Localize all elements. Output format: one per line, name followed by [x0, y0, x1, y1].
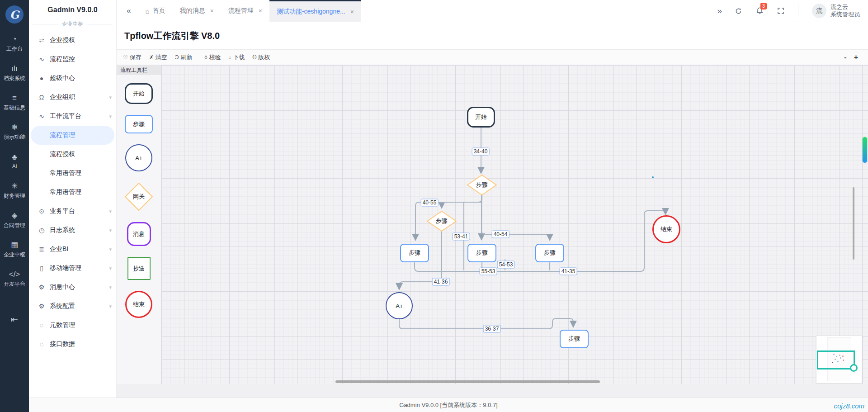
- rail-item-企业中枢[interactable]: ▦企业中枢: [0, 235, 29, 264]
- canvas-vertical-scrollbar[interactable]: [853, 187, 854, 260]
- rail-item-基础信息[interactable]: ≡基础信息: [0, 88, 29, 117]
- edge-label[interactable]: 40-54: [492, 231, 509, 238]
- sidebar-item-元数管理[interactable]: ◌元数管理: [29, 316, 116, 335]
- flow-node-step[interactable]: 步骤: [467, 244, 496, 262]
- sidebar-item-系统配置[interactable]: ⚙系统配置▾: [29, 297, 116, 316]
- tab-首页[interactable]: ⌂首页: [138, 0, 172, 22]
- palette-item-copy[interactable]: 抄送: [127, 257, 151, 280]
- sidebar-item-企业组织[interactable]: Ω企业组织▾: [29, 88, 116, 107]
- flow-node-start[interactable]: 开始: [467, 107, 495, 128]
- palette-header: 流程工具栏: [117, 65, 161, 75]
- flow-node-gateway[interactable]: 步骤: [426, 210, 457, 232]
- close-tab-icon[interactable]: ×: [350, 8, 354, 15]
- rail-item-开发平台[interactable]: </>开发平台: [0, 264, 29, 294]
- sidebar-item-工作流平台[interactable]: ∿工作流平台▾: [29, 107, 116, 126]
- sidebar-item-日志系统[interactable]: ◷日志系统▾: [29, 221, 116, 240]
- refresh-icon[interactable]: [735, 7, 742, 15]
- flow-node-step[interactable]: 步骤: [400, 244, 429, 262]
- rail-item-财务管理[interactable]: ✳财务管理: [0, 176, 29, 205]
- sidebar-item-业务平台[interactable]: ⊙业务平台▾: [29, 202, 116, 221]
- flow-node-step[interactable]: 步骤: [535, 244, 564, 262]
- palette-item-label: 步骤: [133, 120, 145, 128]
- edge-label[interactable]: 55-53: [480, 268, 497, 275]
- toolbar-button-版权[interactable]: ©版权: [252, 53, 270, 62]
- zoom-out-button[interactable]: -: [844, 53, 846, 62]
- edge-label[interactable]: 36-37: [483, 325, 501, 333]
- flow-node-end[interactable]: 结束: [652, 215, 680, 243]
- clock-icon: ◷: [38, 227, 45, 234]
- sidebar-section-label: 企业中枢: [58, 20, 87, 28]
- collapse-sidebar-button[interactable]: ⇤: [0, 314, 29, 325]
- sidebar-item-接口数据[interactable]: ◌接口数据: [29, 335, 116, 354]
- tabs-expand-right-icon[interactable]: »: [717, 6, 721, 16]
- toolbar-button-清空[interactable]: ✗清空: [149, 53, 167, 62]
- sidebar-item-label: 元数管理: [50, 321, 75, 329]
- watermark-link[interactable]: cojz8.com: [834, 402, 864, 410]
- tab-测试功能-ceshigongne...[interactable]: 测试功能-ceshigongne...×: [269, 0, 361, 22]
- edge-label[interactable]: 41-35: [560, 268, 577, 275]
- sidebar-item-消息中心[interactable]: ⚙消息中心▾: [29, 278, 116, 297]
- edge-label[interactable]: 40-55: [421, 199, 439, 207]
- toolbar-button-下载[interactable]: ↓下载: [228, 53, 245, 62]
- toolbar-button-校验[interactable]: ◊校验: [205, 53, 221, 62]
- main-area: « ⌂首页我的消息×流程管理×测试功能-ceshigongne...× » 3: [117, 0, 868, 398]
- rail-item-工作台[interactable]: ◔工作台: [0, 29, 29, 58]
- edge-label[interactable]: 54-53: [497, 261, 515, 269]
- footer: Gadmin V9.0.0 [当前系统版本：9.0.7] cojz8.com: [29, 398, 868, 412]
- sidebar-item-常用语管理[interactable]: 常用语管理: [29, 164, 116, 183]
- tabs-collapse-left-icon[interactable]: «: [117, 0, 138, 22]
- zoom-in-button[interactable]: +: [854, 53, 858, 62]
- canvas-horizontal-scrollbar[interactable]: [335, 380, 600, 383]
- tabs-list: ⌂首页我的消息×流程管理×测试功能-ceshigongne...×: [138, 0, 361, 22]
- mobile-icon: ▯: [38, 265, 45, 272]
- chevron-down-icon: ▾: [109, 227, 112, 233]
- flow-edges-layer: [161, 65, 868, 384]
- rail-item-演示功能[interactable]: ❄演示功能: [0, 117, 29, 147]
- sidebar-item-企业授权[interactable]: ⇌企业授权: [29, 31, 116, 50]
- flow-node-step[interactable]: 步骤: [560, 330, 589, 348]
- flow-canvas[interactable]: 开始步骤步骤步骤步骤步骤Ai结束步骤34-4040-5553-4140-5454…: [161, 65, 868, 384]
- palette-item-gateway[interactable]: 网关: [124, 182, 153, 211]
- user-menu[interactable]: 流 流之云 系统管理员: [812, 4, 860, 18]
- home-icon: ⌂: [145, 7, 149, 15]
- palette: 流程工具栏 开始步骤Ai网关消息抄送结束: [117, 65, 161, 384]
- fullscreen-icon[interactable]: [777, 7, 784, 14]
- edge-gradient-widget[interactable]: [863, 137, 867, 163]
- close-tab-icon[interactable]: ×: [259, 7, 262, 14]
- toolbar-button-保存[interactable]: ♡保存: [123, 53, 142, 62]
- palette-item-step[interactable]: 步骤: [125, 115, 153, 133]
- palette-item-start[interactable]: 开始: [125, 83, 153, 104]
- secondary-sidebar: Gadmin V9.0.0 企业中枢 ⇌企业授权∿流程监控●超级中心Ω企业组织▾…: [29, 0, 117, 398]
- sidebar-item-超级中心[interactable]: ●超级中心: [29, 69, 116, 88]
- app-logo[interactable]: G: [0, 0, 29, 29]
- close-tab-icon[interactable]: ×: [210, 7, 214, 14]
- sidebar-item-移动端管理[interactable]: ▯移动端管理▾: [29, 259, 116, 278]
- palette-item-ai[interactable]: Ai: [125, 144, 152, 171]
- palette-item-message[interactable]: 消息: [127, 222, 151, 246]
- rail-item-Ai[interactable]: ♣Ai: [0, 147, 29, 176]
- minimap-resize-handle[interactable]: [850, 364, 858, 372]
- tab-我的消息[interactable]: 我的消息×: [173, 0, 221, 22]
- copy-shape: 抄送: [127, 257, 151, 280]
- sidebar-menu: ⇌企业授权∿流程监控●超级中心Ω企业组织▾∿工作流平台▾流程管理流程授权常用语管…: [29, 31, 116, 354]
- toolbar-button-刷新[interactable]: Ɔ刷新: [175, 53, 193, 62]
- flow-node-gateway[interactable]: 步骤: [467, 174, 497, 196]
- sidebar-item-企业BI[interactable]: ≣企业BI▾: [29, 240, 116, 259]
- edge-label[interactable]: 34-40: [472, 148, 490, 156]
- flow-node-ai[interactable]: Ai: [386, 292, 413, 319]
- edge-label[interactable]: 41-36: [432, 278, 450, 286]
- sidebar-item-流程监控[interactable]: ∿流程监控: [29, 50, 116, 69]
- rail-item-合同管理[interactable]: ◈合同管理: [0, 205, 29, 235]
- rail-item-档案系统[interactable]: ılı档案系统: [0, 58, 29, 88]
- tab-流程管理[interactable]: 流程管理×: [221, 0, 269, 22]
- flow-edge[interactable]: [442, 195, 482, 208]
- minimap-viewport[interactable]: [817, 350, 855, 369]
- flow-node-label: 步骤: [467, 174, 497, 196]
- edge-label[interactable]: 53-41: [453, 233, 470, 241]
- sidebar-item-常用语管理[interactable]: 常用语管理: [29, 183, 116, 202]
- sidebar-item-流程管理[interactable]: 流程管理: [31, 126, 114, 145]
- palette-item-end[interactable]: 结束: [125, 291, 152, 318]
- minimap[interactable]: [816, 336, 862, 384]
- notifications-bell-icon[interactable]: 3: [756, 7, 764, 15]
- sidebar-item-流程授权[interactable]: 流程授权: [29, 145, 116, 164]
